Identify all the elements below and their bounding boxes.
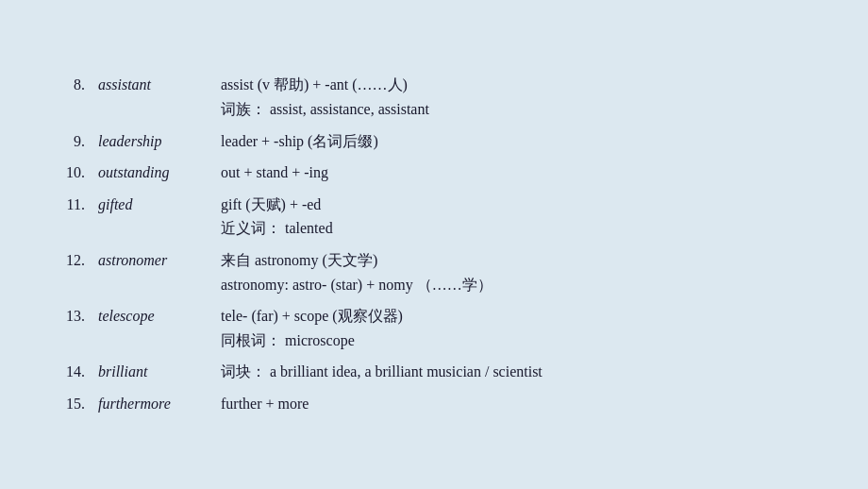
row-number: 8. <box>57 69 92 125</box>
word-explanation: leader + -ship (名词后缀) <box>215 126 811 158</box>
row-number: 9. <box>57 126 92 158</box>
vocabulary-word: telescope <box>92 300 215 356</box>
table-row: 11.giftedgift (天赋) + -ed近义词： talented <box>57 189 811 244</box>
vocabulary-table: 8.assistantassist (v 帮助) + -ant (……人)词族：… <box>57 69 811 419</box>
row-number: 13. <box>57 300 92 356</box>
word-explanation: gift (天赋) + -ed近义词： talented <box>215 189 811 244</box>
table-row: 15.furthermorefurther + more <box>57 388 811 420</box>
word-explanation: 词块： a brilliant idea, a brilliant musici… <box>215 356 811 388</box>
explanation-line: 来自 astronomy (天文学) <box>221 248 806 273</box>
vocabulary-word: outstanding <box>92 157 215 189</box>
vocabulary-word: leadership <box>92 126 215 158</box>
word-explanation: tele- (far) + scope (观察仪器)同根词： microscop… <box>215 300 811 356</box>
explanation-line: gift (天赋) + -ed <box>221 193 806 217</box>
word-explanation: further + more <box>215 388 811 420</box>
explanation-line: 近义词： talented <box>221 216 806 241</box>
vocabulary-word: assistant <box>92 69 215 125</box>
explanation-line: tele- (far) + scope (观察仪器) <box>221 304 806 329</box>
row-number: 10. <box>57 157 92 189</box>
table-row: 8.assistantassist (v 帮助) + -ant (……人)词族：… <box>57 69 811 125</box>
explanation-line: 词族： assist, assistance, assistant <box>221 97 806 122</box>
row-number: 15. <box>57 388 92 420</box>
explanation-line: further + more <box>221 392 806 416</box>
table-row: 13.telescopetele- (far) + scope (观察仪器)同根… <box>57 300 811 356</box>
table-row: 14.brilliant词块： a brilliant idea, a bril… <box>57 356 811 388</box>
vocabulary-word: furthermore <box>92 388 215 420</box>
word-explanation: assist (v 帮助) + -ant (……人)词族： assist, as… <box>215 69 811 125</box>
table-row: 9.leadershipleader + -ship (名词后缀) <box>57 126 811 158</box>
vocabulary-word: astronomer <box>92 244 215 300</box>
row-number: 12. <box>57 244 92 300</box>
table-row: 10.outstandingout + stand + -ing <box>57 157 811 189</box>
vocabulary-word: brilliant <box>92 356 215 388</box>
row-number: 11. <box>57 189 92 244</box>
vocabulary-word: gifted <box>92 189 215 244</box>
explanation-line: 词块： a brilliant idea, a brilliant musici… <box>221 360 806 384</box>
explanation-line: leader + -ship (名词后缀) <box>221 129 806 154</box>
row-number: 14. <box>57 356 92 388</box>
table-row: 12.astronomer来自 astronomy (天文学)astronomy… <box>57 244 811 300</box>
word-explanation: out + stand + -ing <box>215 157 811 189</box>
explanation-line: 同根词： microscope <box>221 329 806 353</box>
word-explanation: 来自 astronomy (天文学)astronomy: astro- (sta… <box>215 244 811 300</box>
explanation-line: out + stand + -ing <box>221 160 806 185</box>
main-content: 8.assistantassist (v 帮助) + -ant (……人)词族：… <box>28 50 840 438</box>
explanation-line: astronomy: astro- (star) + nomy （……学） <box>221 273 806 297</box>
explanation-line: assist (v 帮助) + -ant (……人) <box>221 73 806 97</box>
